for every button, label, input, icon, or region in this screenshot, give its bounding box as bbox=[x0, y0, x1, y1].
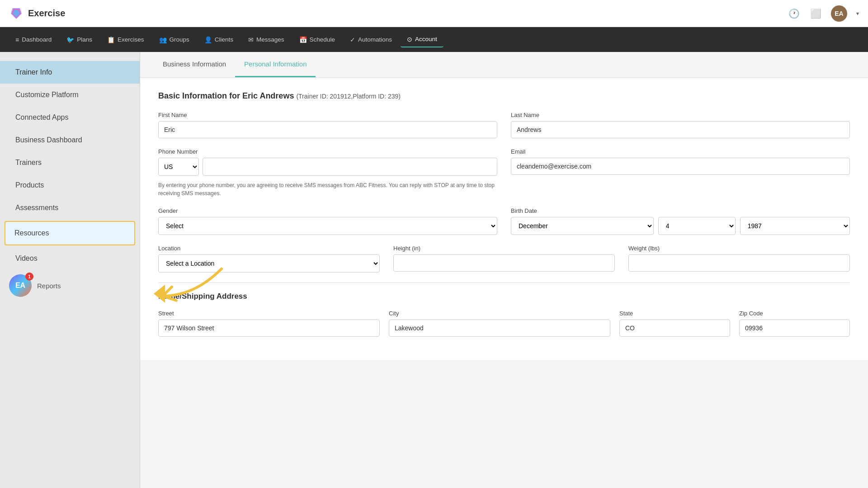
nav-item-schedule[interactable]: 📅 Schedule bbox=[293, 33, 341, 47]
first-name-group: First Name bbox=[158, 112, 497, 138]
gender-select[interactable]: Select Male Female Other bbox=[158, 217, 497, 235]
messages-icon: ✉ bbox=[248, 36, 254, 43]
form-area: Basic Information for Eric Andrews (Trai… bbox=[140, 78, 868, 360]
section-divider bbox=[158, 282, 850, 283]
nav-item-clients[interactable]: 👤 Clients bbox=[198, 33, 240, 47]
nav-item-account[interactable]: ⊙ Account bbox=[401, 32, 443, 47]
content-area: Business Information Personal Informatio… bbox=[140, 52, 868, 488]
logo[interactable]: Exercise bbox=[9, 6, 65, 21]
avatar[interactable]: EA bbox=[831, 5, 847, 22]
height-label: Height (in) bbox=[393, 245, 615, 252]
street-label: Street bbox=[158, 310, 380, 317]
address-section-title: Home/Shipping Address bbox=[158, 292, 850, 301]
plans-icon: 🐦 bbox=[66, 36, 74, 43]
phone-email-row: Phone Number US CA UK By entering your p… bbox=[158, 148, 850, 197]
nav-item-groups[interactable]: 👥 Groups bbox=[153, 33, 196, 47]
sidebar-user-row[interactable]: EA 1 Reports bbox=[0, 270, 140, 301]
tab-personal-information[interactable]: Personal Information bbox=[235, 52, 316, 77]
clock-icon[interactable]: 🕐 bbox=[788, 7, 800, 20]
sidebar-item-trainers[interactable]: Trainers bbox=[0, 151, 140, 174]
sms-notice: By entering your phone number, you are a… bbox=[158, 181, 497, 197]
account-icon: ⊙ bbox=[407, 36, 412, 43]
main-layout: Trainer Info Customize Platform Connecte… bbox=[0, 52, 868, 488]
logo-icon bbox=[9, 6, 24, 21]
section-title: Basic Information for Eric Andrews (Trai… bbox=[158, 91, 850, 101]
groups-icon: 👥 bbox=[159, 36, 167, 43]
city-label: City bbox=[389, 310, 610, 317]
gender-birthdate-row: Gender Select Male Female Other Birth Da… bbox=[158, 207, 850, 235]
main-nav: ≡ Dashboard 🐦 Plans 📋 Exercises 👥 Groups… bbox=[0, 27, 868, 52]
nav-item-dashboard[interactable]: ≡ Dashboard bbox=[9, 33, 58, 47]
state-group: State bbox=[619, 310, 730, 337]
street-group: Street bbox=[158, 310, 380, 337]
city-input[interactable] bbox=[389, 319, 610, 337]
sidebar-item-trainer-info[interactable]: Trainer Info bbox=[0, 61, 140, 84]
sidebar-reports-label[interactable]: Reports bbox=[37, 282, 61, 290]
top-right-controls: 🕐 ⬜ EA ▾ bbox=[788, 5, 859, 22]
weight-label: Weight (lbs) bbox=[628, 245, 850, 252]
phone-input[interactable] bbox=[203, 158, 497, 176]
first-name-label: First Name bbox=[158, 112, 497, 118]
email-input[interactable] bbox=[511, 158, 850, 175]
sidebar-item-resources[interactable]: Resources bbox=[5, 221, 135, 245]
city-group: City bbox=[389, 310, 610, 337]
sidebar-item-business-dashboard[interactable]: Business Dashboard bbox=[0, 129, 140, 151]
name-row: First Name Last Name bbox=[158, 112, 850, 138]
phone-country-select[interactable]: US CA UK bbox=[158, 158, 199, 176]
location-group: Location Select a Location bbox=[158, 245, 380, 272]
sidebar-item-videos[interactable]: Videos bbox=[0, 247, 140, 270]
state-input[interactable] bbox=[619, 319, 730, 337]
weight-input[interactable] bbox=[628, 254, 850, 272]
last-name-label: Last Name bbox=[511, 112, 850, 118]
location-height-row: Location Select a Location Height (in) W… bbox=[158, 245, 850, 272]
location-label: Location bbox=[158, 245, 380, 252]
section-subtitle: (Trainer ID: 201912,Platform ID: 239) bbox=[296, 93, 401, 100]
nav-item-plans[interactable]: 🐦 Plans bbox=[60, 33, 99, 47]
zip-group: Zip Code bbox=[739, 310, 850, 337]
weight-group: Weight (lbs) bbox=[628, 245, 850, 272]
email-group: Email bbox=[511, 148, 850, 197]
street-input[interactable] bbox=[158, 319, 380, 337]
sidebar: Trainer Info Customize Platform Connecte… bbox=[0, 52, 140, 488]
sidebar-item-products[interactable]: Products bbox=[0, 174, 140, 197]
nav-item-messages[interactable]: ✉ Messages bbox=[242, 33, 291, 47]
sidebar-avatar: EA 1 bbox=[9, 274, 32, 297]
gender-group: Gender Select Male Female Other bbox=[158, 207, 497, 235]
phone-label: Phone Number bbox=[158, 148, 497, 155]
birth-year-select[interactable]: 1987 198019902000 bbox=[740, 217, 850, 235]
schedule-icon: 📅 bbox=[299, 36, 307, 43]
exercises-icon: 📋 bbox=[107, 36, 115, 43]
tab-bar: Business Information Personal Informatio… bbox=[140, 52, 868, 78]
phone-input-row: US CA UK bbox=[158, 158, 497, 176]
phone-group: Phone Number US CA UK By entering your p… bbox=[158, 148, 497, 197]
birth-date-label: Birth Date bbox=[511, 207, 850, 214]
automations-icon: ✓ bbox=[350, 36, 355, 43]
zip-input[interactable] bbox=[739, 319, 850, 337]
tab-business-information[interactable]: Business Information bbox=[154, 52, 235, 77]
birth-day-select[interactable]: 4 1235 bbox=[658, 217, 736, 235]
notification-badge: 1 bbox=[25, 272, 33, 281]
sidebar-item-connected-apps[interactable]: Connected Apps bbox=[0, 106, 140, 129]
clients-icon: 👤 bbox=[204, 36, 212, 43]
height-input[interactable] bbox=[393, 254, 615, 272]
window-icon[interactable]: ⬜ bbox=[809, 7, 822, 20]
address-row: Street City State Zip Code bbox=[158, 310, 850, 337]
date-row: December January February March April Ma… bbox=[511, 217, 850, 235]
last-name-group: Last Name bbox=[511, 112, 850, 138]
birthdate-group: Birth Date December January February Mar… bbox=[511, 207, 850, 235]
avatar-chevron-icon[interactable]: ▾ bbox=[856, 10, 859, 17]
dashboard-icon: ≡ bbox=[15, 36, 19, 43]
sidebar-item-customize-platform[interactable]: Customize Platform bbox=[0, 84, 140, 106]
state-label: State bbox=[619, 310, 730, 317]
nav-item-exercises[interactable]: 📋 Exercises bbox=[101, 33, 151, 47]
location-select[interactable]: Select a Location bbox=[158, 254, 380, 272]
zip-label: Zip Code bbox=[739, 310, 850, 317]
nav-item-automations[interactable]: ✓ Automations bbox=[344, 33, 398, 47]
first-name-input[interactable] bbox=[158, 121, 497, 138]
sidebar-item-assessments[interactable]: Assessments bbox=[0, 197, 140, 219]
birth-month-select[interactable]: December January February March April Ma… bbox=[511, 217, 654, 235]
height-group: Height (in) bbox=[393, 245, 615, 272]
gender-label: Gender bbox=[158, 207, 497, 214]
email-label: Email bbox=[511, 148, 850, 155]
last-name-input[interactable] bbox=[511, 121, 850, 138]
